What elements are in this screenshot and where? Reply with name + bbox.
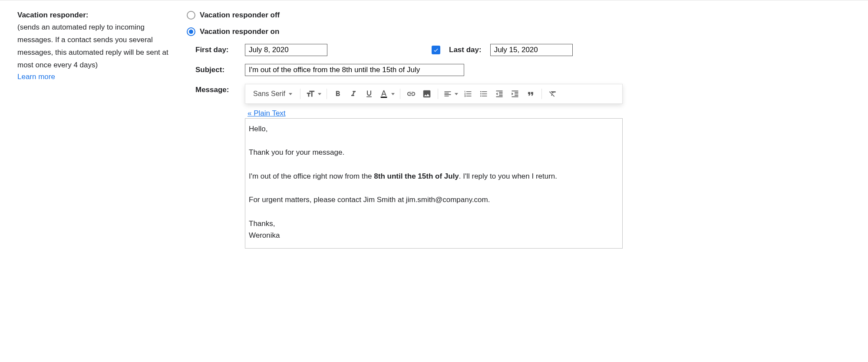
bullet-list-icon [479, 90, 488, 98]
message-label: Message: [195, 84, 239, 94]
date-row: Last day: [245, 44, 851, 56]
svg-rect-0 [381, 96, 387, 98]
image-button[interactable] [419, 87, 434, 101]
radio-on[interactable] [187, 27, 195, 36]
section-title: Vacation responder: [17, 11, 178, 20]
msg-line: Thank you for your message. [249, 148, 344, 156]
align-button[interactable] [442, 87, 460, 101]
subject-input[interactable] [245, 64, 464, 76]
text-color-button[interactable] [377, 87, 396, 101]
indent-more-button[interactable] [508, 87, 522, 101]
numbered-list-button[interactable] [461, 87, 475, 101]
msg-line: . I'll reply to you when I return. [459, 172, 557, 180]
last-day-checkbox[interactable] [432, 46, 440, 54]
last-day-input[interactable] [490, 44, 573, 56]
remove-formatting-icon [548, 90, 557, 98]
italic-button[interactable] [346, 87, 361, 101]
msg-line: Hello, [249, 125, 267, 133]
message-editor[interactable]: Hello, Thank you for your message. I'm o… [245, 118, 623, 249]
numbered-list-icon [464, 90, 472, 98]
indent-less-button[interactable] [492, 87, 507, 101]
chevron-down-icon [455, 93, 458, 95]
message-area: Sans Serif [245, 84, 851, 249]
subject-label: Subject: [195, 64, 239, 74]
italic-icon [349, 90, 358, 98]
formatting-toolbar: Sans Serif [245, 84, 623, 104]
msg-line: Thanks, [249, 219, 275, 228]
remove-formatting-button[interactable] [545, 87, 560, 101]
learn-more-link[interactable]: Learn more [17, 73, 55, 81]
msg-line: For urgent matters, please contact Jim S… [249, 196, 490, 204]
msg-line: Weronika [249, 231, 280, 239]
section-description: (sends an automated reply to incoming me… [17, 21, 178, 72]
chevron-down-icon [289, 93, 292, 95]
font-size-icon [306, 89, 315, 99]
first-day-label: First day: [195, 44, 239, 54]
link-icon [406, 89, 416, 99]
section-description-column: Vacation responder: (sends an automated … [17, 11, 178, 249]
radio-on-label: Vacation responder on [200, 27, 279, 36]
msg-bold: 8th until the 15th of July [374, 172, 459, 180]
bold-button[interactable] [330, 87, 345, 101]
underline-icon [365, 90, 373, 98]
vacation-responder-section: Vacation responder: (sends an automated … [0, 0, 868, 259]
text-color-icon [379, 89, 389, 99]
align-icon [443, 90, 452, 98]
check-icon [433, 47, 439, 53]
radio-off-label: Vacation responder off [200, 11, 280, 20]
first-day-input[interactable] [245, 44, 327, 56]
radio-row-on[interactable]: Vacation responder on [187, 27, 851, 36]
image-icon [422, 89, 432, 99]
radio-on-dot [189, 30, 193, 34]
last-day-label: Last day: [449, 46, 482, 54]
chevron-down-icon [318, 93, 321, 95]
bullet-list-button[interactable] [476, 87, 491, 101]
font-family-dropdown[interactable]: Sans Serif [249, 87, 297, 101]
indent-less-icon [495, 90, 504, 98]
link-button[interactable] [404, 87, 419, 101]
quote-icon [526, 90, 535, 98]
radio-row-off[interactable]: Vacation responder off [187, 11, 851, 20]
underline-button[interactable] [362, 87, 376, 101]
bold-icon [333, 90, 342, 98]
quote-button[interactable] [523, 87, 538, 101]
radio-off[interactable] [187, 11, 195, 20]
font-size-button[interactable] [304, 87, 323, 101]
msg-line: I'm out of the office right now from the [249, 172, 374, 180]
indent-more-icon [511, 90, 519, 98]
chevron-down-icon [391, 93, 395, 95]
settings-column: Vacation responder off Vacation responde… [187, 11, 851, 249]
plain-text-link[interactable]: « Plain Text [245, 108, 288, 119]
